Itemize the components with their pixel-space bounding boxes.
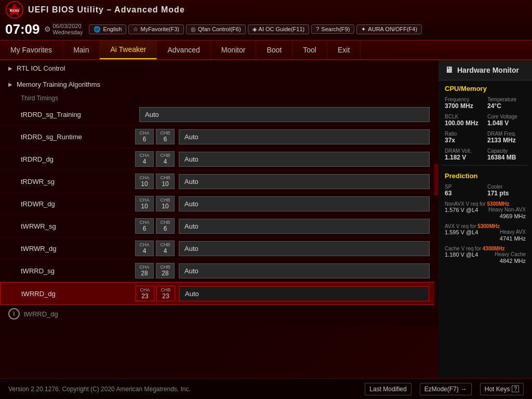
scrollbar-thumb[interactable] bbox=[434, 164, 438, 195]
setting-twrrd-sg[interactable]: tWRRD_sg CHA 28 CHB 28 Auto bbox=[0, 260, 438, 282]
tab-tool[interactable]: Tool bbox=[292, 41, 327, 59]
value-twrwr-sg: Auto bbox=[179, 219, 430, 234]
rtl-iol-control-section[interactable]: ▶ RTL IOL Control bbox=[0, 60, 438, 76]
ez-mode-button[interactable]: EzMode(F7) → bbox=[420, 383, 472, 395]
pred-nonavx: NonAVX V req for 5300MHz 1.576 V @L4 Hea… bbox=[438, 199, 532, 221]
monitor-icon: 🖥 bbox=[445, 65, 453, 75]
value-trdrd-dg: Auto bbox=[179, 152, 430, 167]
stat-temperature: Temperature 24°C bbox=[485, 95, 528, 112]
channel-cha: CHA 4 bbox=[135, 241, 154, 256]
scrollbar-track bbox=[434, 60, 438, 378]
channel-chb: CHB 4 bbox=[156, 241, 175, 256]
toolbar-search[interactable]: ? Search(F9) bbox=[311, 24, 354, 34]
arrow-icon: → bbox=[461, 385, 467, 393]
tab-main[interactable]: Main bbox=[63, 41, 100, 59]
toolbar-qfan[interactable]: ◎ Qfan Control(F6) bbox=[186, 24, 246, 34]
stat-frequency: Frequency 3700 MHz bbox=[443, 95, 485, 112]
value-twrrd-dg: Auto bbox=[179, 286, 429, 301]
star-icon: ☆ bbox=[133, 26, 138, 33]
chevron-right-icon: ▶ bbox=[8, 65, 12, 71]
channel-cha: CHA 6 bbox=[135, 218, 154, 234]
globe-icon: 🌐 bbox=[94, 26, 101, 33]
channel-boxes: CHA 4 CHB 4 bbox=[135, 241, 175, 256]
stat-dram-volt: DRAM Volt. 1.182 V bbox=[443, 146, 485, 163]
time-display: 07:09 bbox=[5, 21, 40, 37]
info-icon: i bbox=[8, 308, 20, 320]
setting-twrwr-sg[interactable]: tWRWR_sg CHA 6 CHB 6 Auto bbox=[0, 215, 438, 237]
last-modified-button[interactable]: Last Modified bbox=[365, 383, 411, 395]
setting-trdrd-sg-runtime[interactable]: tRDRD_sg_Runtime CHA 6 CHB 6 Auto bbox=[0, 126, 438, 148]
ai-icon: ◈ bbox=[252, 26, 257, 33]
tab-boot[interactable]: Boot bbox=[256, 41, 292, 59]
channel-boxes: CHA 23 CHB 23 bbox=[136, 286, 175, 301]
channel-cha: CHA 6 bbox=[135, 129, 154, 144]
channel-cha: CHA 23 bbox=[136, 286, 154, 301]
channel-chb: CHB 10 bbox=[156, 174, 175, 189]
pred-sp: SP 63 bbox=[443, 182, 485, 199]
channel-boxes: CHA 10 CHB 10 bbox=[135, 196, 175, 211]
setting-trdrd-dg[interactable]: tRDRD_dg CHA 4 CHB 4 Auto bbox=[0, 148, 438, 170]
channel-chb: CHB 6 bbox=[156, 129, 175, 144]
hw-stats-grid: Frequency 3700 MHz Temperature 24°C BCLK… bbox=[438, 95, 532, 163]
hot-keys-button[interactable]: Hot Keys ? bbox=[480, 383, 524, 395]
settings-panel: ▶ RTL IOL Control ▶ Memory Training Algo… bbox=[0, 60, 438, 378]
setting-trdwr-sg[interactable]: tRDWR_sg CHA 10 CHB 10 Auto bbox=[0, 170, 438, 193]
stat-dram-freq: DRAM Freq. 2133 MHz bbox=[485, 129, 528, 146]
toolbar-myfavorite[interactable]: ☆ MyFavorite(F3) bbox=[128, 24, 184, 34]
header-top: ROG UEFI BIOS Utility – Advanced Mode bbox=[5, 0, 527, 20]
tab-ai-tweaker[interactable]: Ai Tweaker bbox=[100, 41, 157, 59]
channel-cha: CHA 28 bbox=[135, 263, 154, 278]
chevron-right-icon: ▶ bbox=[8, 82, 12, 87]
ez-mode-label: EzMode(F7) bbox=[424, 385, 459, 393]
header-bar: ROG UEFI BIOS Utility – Advanced Mode 07… bbox=[0, 0, 532, 41]
value-trdwr-sg: Auto bbox=[179, 174, 430, 189]
fan-icon: ◎ bbox=[191, 26, 196, 33]
prediction-sp-cooler: SP 63 Cooler 171 pts bbox=[438, 182, 532, 199]
toolbar-aura[interactable]: ✦ AURA ON/OFF(F4) bbox=[356, 24, 422, 34]
tab-my-favorites[interactable]: My Favorites bbox=[0, 41, 63, 59]
help-icon: ? bbox=[512, 385, 519, 392]
channel-chb: CHB 23 bbox=[156, 286, 175, 301]
search-icon: ? bbox=[316, 26, 319, 32]
channel-chb: CHB 6 bbox=[156, 218, 175, 234]
channel-boxes: CHA 6 CHB 6 bbox=[135, 218, 175, 234]
hw-monitor-panel: 🖥 Hardware Monitor CPU/Memory Frequency … bbox=[438, 60, 532, 378]
tab-exit[interactable]: Exit bbox=[327, 41, 361, 59]
channel-cha: CHA 10 bbox=[135, 196, 154, 211]
info-row: i tWRRD_dg bbox=[0, 305, 438, 323]
hw-divider bbox=[443, 165, 528, 166]
section-label: RTL IOL Control bbox=[17, 64, 65, 72]
nav-tabs: My Favorites Main Ai Tweaker Advanced Mo… bbox=[0, 41, 532, 60]
value-twrwr-dg: Auto bbox=[179, 241, 430, 256]
setting-twrwr-dg[interactable]: tWRWR_dg CHA 4 CHB 4 Auto bbox=[0, 237, 438, 260]
svg-text:ROG: ROG bbox=[10, 8, 19, 13]
stat-core-voltage: Core Voltage 1.048 V bbox=[485, 112, 528, 129]
status-bar: Version 2.20.1276. Copyright (C) 2020 Am… bbox=[0, 378, 532, 399]
setting-trdwr-dg[interactable]: tRDWR_dg CHA 10 CHB 10 Auto bbox=[0, 193, 438, 215]
value-trdrd-sg-training: Auto bbox=[139, 107, 430, 122]
date-display: 06/03/2020 Wednesday bbox=[53, 23, 83, 35]
toolbar-english[interactable]: 🌐 English bbox=[89, 24, 126, 34]
toolbar-aioc[interactable]: ◈ AI OC Guide(F11) bbox=[248, 24, 310, 34]
channel-boxes: CHA 4 CHB 4 bbox=[135, 151, 175, 167]
channel-chb: CHB 4 bbox=[156, 151, 175, 167]
value-trdrd-sg-runtime: Auto bbox=[179, 129, 430, 144]
tab-advanced[interactable]: Advanced bbox=[157, 41, 210, 59]
gear-icon: ⚙ bbox=[44, 25, 51, 33]
copyright-text: Version 2.20.1276. Copyright (C) 2020 Am… bbox=[8, 385, 191, 393]
value-trdwr-dg: Auto bbox=[179, 196, 430, 211]
third-timings-label: Third Timings bbox=[0, 92, 438, 104]
tab-monitor[interactable]: Monitor bbox=[211, 41, 257, 59]
pred-cooler: Cooler 171 pts bbox=[485, 182, 528, 199]
header-toolbar: 07:09 ⚙ 06/03/2020 Wednesday 🌐 English ☆… bbox=[5, 20, 527, 38]
stat-capacity: Capacity 16384 MB bbox=[485, 146, 528, 163]
memory-training-section[interactable]: ▶ Memory Training Algorithms bbox=[0, 76, 438, 92]
stat-ratio: Ratio 37x bbox=[443, 129, 485, 146]
hot-keys-label: Hot Keys bbox=[485, 385, 510, 393]
pred-cache: Cache V req for 4300MHz 1.180 V @L4 Heav… bbox=[438, 244, 532, 266]
status-right: Last Modified EzMode(F7) → Hot Keys ? bbox=[365, 383, 524, 395]
prediction-title: Prediction bbox=[438, 168, 532, 182]
setting-twrrd-dg-selected[interactable]: tWRRD_dg CHA 23 CHB 23 Auto bbox=[0, 282, 438, 305]
setting-trdrd-sg-training[interactable]: tRDRD_sg_Training Auto bbox=[0, 104, 438, 126]
bios-title: UEFI BIOS Utility – Advanced Mode bbox=[28, 5, 185, 15]
